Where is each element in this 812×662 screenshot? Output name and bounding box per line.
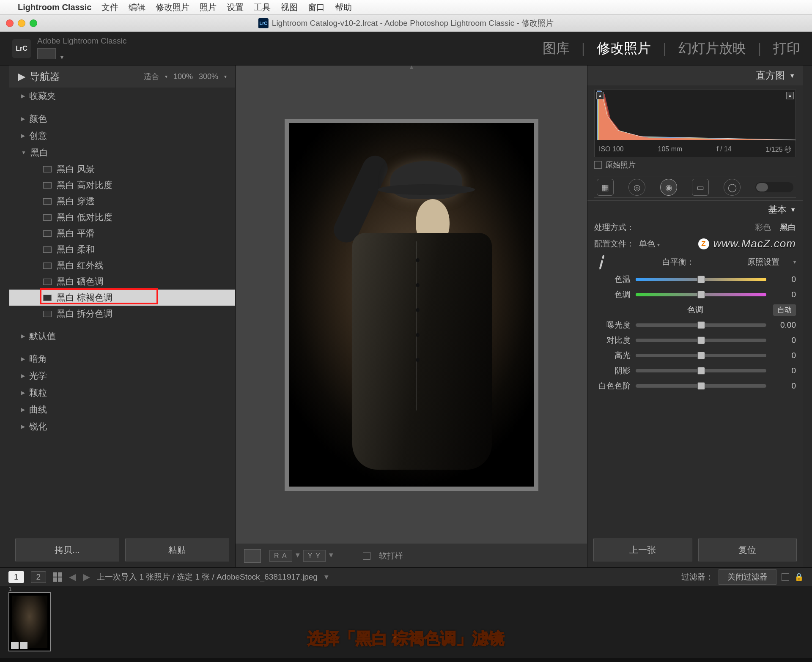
slider-exposure[interactable]: 曝光度 0.00 xyxy=(594,320,796,331)
treatment-bw[interactable]: 黑白 xyxy=(780,223,796,232)
panel-collapse-top-icon[interactable]: ▼ xyxy=(409,64,414,71)
mac-menubar: Lightroom Classic 文件 编辑 修改照片 照片 设置 工具 视图… xyxy=(0,0,812,15)
menu-edit[interactable]: 编辑 xyxy=(129,2,145,13)
preset-thumb-icon xyxy=(43,311,52,317)
menu-photo[interactable]: 照片 xyxy=(200,2,217,13)
module-slideshow[interactable]: 幻灯片放映 xyxy=(678,39,746,58)
nav-back-icon[interactable]: ◀ xyxy=(69,572,76,583)
treatment-color[interactable]: 彩色 xyxy=(755,223,771,232)
filter-flag-icon[interactable] xyxy=(782,573,789,581)
reset-button[interactable]: 复位 xyxy=(698,539,797,561)
filter-select[interactable]: 关闭过滤器 xyxy=(719,569,776,585)
navigator-disclosure-icon[interactable]: ▶ xyxy=(18,71,25,82)
zoom-300[interactable]: 300% xyxy=(199,72,218,81)
folder-grain[interactable]: 颗粒 xyxy=(9,384,235,401)
radial-tool-icon[interactable]: ◯ xyxy=(724,179,741,196)
preset-item[interactable]: 黑白 拆分色调 xyxy=(9,306,235,322)
preset-item[interactable]: 黑白 风景 xyxy=(9,161,235,177)
menu-settings[interactable]: 设置 xyxy=(227,2,244,13)
menu-tools[interactable]: 工具 xyxy=(254,2,271,13)
app-icon: LrC xyxy=(258,18,269,28)
slider-contrast[interactable]: 对比度 0 xyxy=(594,335,796,346)
slider-shadows[interactable]: 阴影 0 xyxy=(594,365,796,376)
loupe-view-button[interactable] xyxy=(244,549,261,563)
mask-brush-toggle[interactable] xyxy=(755,182,793,192)
thumb-index: 1 xyxy=(8,585,12,592)
folder-color[interactable]: 颜色 xyxy=(9,110,235,127)
filter-lock-icon[interactable]: 🔒 xyxy=(794,572,804,582)
module-library[interactable]: 图库 xyxy=(543,39,570,58)
menubar-app-name[interactable]: Lightroom Classic xyxy=(18,3,91,12)
crop-tool-icon[interactable]: ▦ xyxy=(597,179,614,196)
menu-help[interactable]: 帮助 xyxy=(335,2,352,13)
menu-view[interactable]: 视图 xyxy=(281,2,298,13)
folder-vignette[interactable]: 暗角 xyxy=(9,350,235,367)
view-1-button[interactable]: 1 xyxy=(8,571,24,583)
softproof-checkbox[interactable] xyxy=(363,552,370,560)
gradient-tool-icon[interactable]: ▭ xyxy=(692,179,709,196)
folder-creative[interactable]: 创意 xyxy=(9,127,235,144)
before-after-ra-button[interactable]: R A xyxy=(269,550,292,562)
identity-plate[interactable] xyxy=(37,48,56,59)
folder-sharpen[interactable]: 锐化 xyxy=(9,418,235,435)
preset-item[interactable]: 黑白 硒色调 xyxy=(9,274,235,290)
lrc-logo-icon: LrC xyxy=(12,39,31,58)
nav-forward-icon[interactable]: ▶ xyxy=(83,572,90,583)
breadcrumb[interactable]: 上一次导入 1 张照片 / 选定 1 张 / AdobeStock_638119… xyxy=(97,572,318,583)
zoom-100[interactable]: 100% xyxy=(173,72,193,81)
identity-plate-menu-icon[interactable]: ▼ xyxy=(59,54,65,60)
folder-bw[interactable]: 黑白 xyxy=(9,144,235,161)
menu-file[interactable]: 文件 xyxy=(102,2,118,13)
module-print[interactable]: 打印 xyxy=(773,39,800,58)
eyedropper-icon[interactable] xyxy=(591,252,612,272)
previous-button[interactable]: 上一张 xyxy=(593,539,692,561)
original-photo-checkbox[interactable] xyxy=(594,161,602,169)
histo-iso: ISO 100 xyxy=(599,145,624,154)
basic-panel-header[interactable]: 基本▼ xyxy=(587,200,803,219)
preset-item[interactable]: 黑白 红外线 xyxy=(9,257,235,274)
folder-defaults[interactable]: 默认值 xyxy=(9,328,235,345)
auto-tone-button[interactable]: 自动 xyxy=(773,304,796,316)
folder-optics[interactable]: 光学 xyxy=(9,367,235,384)
close-window-button[interactable] xyxy=(6,19,14,27)
slider-highlights[interactable]: 高光 0 xyxy=(594,350,796,361)
minimize-window-button[interactable] xyxy=(18,19,25,27)
preset-item[interactable]: 黑白 穿透 xyxy=(9,193,235,209)
local-tools-strip: ▦ ◎ ◉ ▭ ◯ xyxy=(594,177,796,198)
preset-thumb-icon xyxy=(43,230,52,237)
slider-tint[interactable]: 色调 0 xyxy=(594,289,796,300)
histogram-header[interactable]: 直方图▼ xyxy=(587,66,803,85)
grid-view-icon[interactable] xyxy=(53,572,62,582)
menu-window[interactable]: 窗口 xyxy=(308,2,325,13)
highlight-clip-icon[interactable]: ▲ xyxy=(786,92,794,99)
filmstrip[interactable]: 1 选择「黑白 棕褐色调」滤镜 xyxy=(0,586,812,658)
preset-item[interactable]: 黑白 低对比度 xyxy=(9,209,235,225)
wb-value[interactable]: 原照设置 xyxy=(747,257,779,268)
folder-curves[interactable]: 曲线 xyxy=(9,401,235,418)
preset-item[interactable]: 黑白 高对比度 xyxy=(9,177,235,193)
slider-temp[interactable]: 色温 0 xyxy=(594,274,796,285)
filmstrip-thumbnail[interactable]: 1 xyxy=(8,592,51,651)
profile-value[interactable]: 单色 xyxy=(639,239,655,248)
zoom-fit[interactable]: 适合 xyxy=(144,71,159,82)
copy-button[interactable]: 拷贝... xyxy=(15,539,119,561)
histogram[interactable]: ▲ ▲ ISO 100 105 mm f / 14 1/125 秒 xyxy=(594,90,796,157)
zoom-window-button[interactable] xyxy=(30,19,37,27)
view-2-button[interactable]: 2 xyxy=(31,571,47,583)
menu-develop[interactable]: 修改照片 xyxy=(156,2,189,13)
shadow-clip-icon[interactable]: ▲ xyxy=(596,92,604,99)
preset-item-selected[interactable]: 黑白 棕褐色调 xyxy=(9,290,235,306)
navigator-header[interactable]: ▶导航器 适合▾ 100% 300%▾ xyxy=(9,66,235,88)
slider-whites[interactable]: 白色色阶 0 xyxy=(594,380,796,391)
redeye-tool-icon[interactable]: ◉ xyxy=(660,179,677,196)
paste-button[interactable]: 粘贴 xyxy=(125,539,229,561)
preset-item[interactable]: 黑白 柔和 xyxy=(9,241,235,257)
photo-frame[interactable] xyxy=(285,119,538,491)
spot-tool-icon[interactable]: ◎ xyxy=(628,179,645,196)
module-develop[interactable]: 修改照片 xyxy=(597,39,651,58)
preset-item[interactable]: 黑白 平滑 xyxy=(9,225,235,241)
right-rail[interactable] xyxy=(803,66,812,567)
left-rail[interactable] xyxy=(0,66,9,567)
before-after-yy-button[interactable]: Y Y xyxy=(303,550,326,562)
folder-favorites[interactable]: 收藏夹 xyxy=(9,88,235,104)
